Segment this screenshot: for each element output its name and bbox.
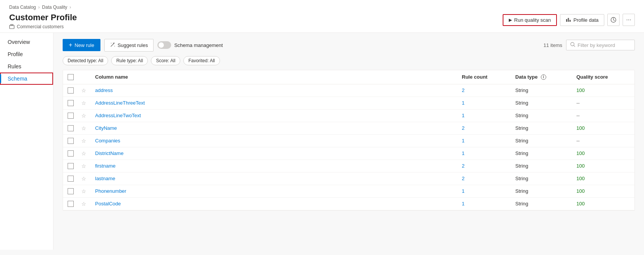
- sidebar-label-schema: Schema: [8, 76, 27, 82]
- score-filter[interactable]: Score: All: [151, 56, 180, 65]
- table-body: ☆ address 2 String 100 ☆ AddressLineThre…: [63, 84, 634, 210]
- row-data-type-5: String: [512, 150, 573, 157]
- row-checkbox-1[interactable]: [68, 100, 74, 106]
- row-checkbox-cell: [63, 125, 78, 131]
- more-options-button[interactable]: ···: [623, 14, 635, 26]
- row-rule-count-4[interactable]: 1: [459, 138, 512, 144]
- row-rule-count-7[interactable]: 2: [459, 176, 512, 182]
- sidebar-item-overview[interactable]: Overview: [0, 36, 53, 48]
- row-checkbox-9[interactable]: [68, 201, 74, 207]
- row-quality-score-7: 100: [573, 176, 634, 182]
- select-all-checkbox[interactable]: [68, 74, 74, 80]
- th-star: [78, 74, 92, 80]
- table-row: ☆ lastname 2 String 100: [63, 173, 634, 185]
- sidebar-label-overview: Overview: [8, 39, 30, 45]
- row-rule-count-6[interactable]: 2: [459, 163, 512, 169]
- row-rule-count-1[interactable]: 1: [459, 100, 512, 106]
- row-rule-count-9[interactable]: 1: [459, 201, 512, 207]
- breadcrumb-data-catalog[interactable]: Data Catalog: [9, 5, 36, 10]
- profile-data-button[interactable]: Profile data: [560, 14, 604, 26]
- row-quality-score-9: 100: [573, 201, 634, 207]
- row-star-cell: ☆: [78, 176, 92, 182]
- history-button[interactable]: [607, 14, 620, 26]
- row-star-cell: ☆: [78, 163, 92, 169]
- favorite-star-1[interactable]: ☆: [81, 100, 86, 106]
- title-left: Customer Profile Commercial customers: [9, 12, 77, 29]
- sidebar-label-profile: Profile: [8, 51, 23, 57]
- row-checkbox-6[interactable]: [68, 163, 74, 169]
- svg-line-6: [111, 44, 114, 47]
- schema-management-toggle[interactable]: [157, 41, 171, 49]
- row-column-name-8[interactable]: Phonenumber: [92, 188, 459, 194]
- row-column-name-3[interactable]: CityName: [92, 125, 459, 131]
- th-rule-count: Rule count: [459, 74, 512, 80]
- row-quality-score-2: --: [573, 113, 634, 119]
- row-data-type-0: String: [512, 87, 573, 94]
- favorite-star-5[interactable]: ☆: [81, 150, 86, 157]
- breadcrumb: Data Catalog › Data Quality ›: [9, 5, 635, 10]
- row-rule-count-5[interactable]: 1: [459, 150, 512, 157]
- row-quality-score-0: 100: [573, 87, 634, 94]
- favorite-star-3[interactable]: ☆: [81, 125, 86, 131]
- sidebar-item-schema[interactable]: Schema: [0, 73, 53, 85]
- row-quality-score-8: 100: [573, 188, 634, 194]
- breadcrumb-data-quality[interactable]: Data Quality: [42, 5, 67, 10]
- table-row: ☆ Companies 1 String --: [63, 135, 634, 147]
- row-checkbox-0[interactable]: [68, 87, 74, 94]
- row-checkbox-5[interactable]: [68, 150, 74, 157]
- favorited-filter[interactable]: Favorited: All: [183, 56, 220, 65]
- row-column-name-2[interactable]: AddressLineTwoText: [92, 113, 459, 119]
- favorite-star-6[interactable]: ☆: [81, 163, 86, 169]
- title-row: Customer Profile Commercial customers ▶ …: [9, 12, 635, 32]
- favorite-star-8[interactable]: ☆: [81, 188, 86, 194]
- sidebar-label-rules: Rules: [8, 63, 21, 69]
- plus-icon: +: [69, 42, 72, 48]
- play-icon: ▶: [509, 18, 512, 23]
- row-column-name-7[interactable]: lastname: [92, 176, 459, 182]
- run-quality-scan-button[interactable]: ▶ Run quality scan: [503, 14, 557, 26]
- row-rule-count-0[interactable]: 2: [459, 87, 512, 94]
- svg-point-8: [114, 46, 115, 47]
- row-column-name-4[interactable]: Companies: [92, 138, 459, 144]
- rule-type-filter[interactable]: Rule type: All: [111, 56, 148, 65]
- favorite-star-7[interactable]: ☆: [81, 176, 86, 182]
- row-column-name-9[interactable]: PostalCode: [92, 201, 459, 207]
- favorite-star-9[interactable]: ☆: [81, 201, 86, 207]
- filter-keyword-input[interactable]: [578, 42, 631, 48]
- toolbar-left: + New rule Suggest rules: [63, 39, 223, 52]
- row-quality-score-4: --: [573, 138, 634, 144]
- row-rule-count-3[interactable]: 2: [459, 125, 512, 131]
- row-checkbox-4[interactable]: [68, 138, 74, 144]
- row-rule-count-2[interactable]: 1: [459, 113, 512, 119]
- data-table: Column name Rule count Data type i Quali…: [63, 70, 635, 211]
- table-row: ☆ DistrictName 1 String 100: [63, 147, 634, 160]
- row-rule-count-8[interactable]: 1: [459, 188, 512, 194]
- row-checkbox-3[interactable]: [68, 125, 74, 131]
- row-column-name-6[interactable]: firstname: [92, 163, 459, 169]
- favorite-star-0[interactable]: ☆: [81, 87, 86, 94]
- sidebar-item-profile[interactable]: Profile: [0, 48, 53, 60]
- row-quality-score-3: 100: [573, 125, 634, 131]
- favorite-star-4[interactable]: ☆: [81, 138, 86, 144]
- subtitle: Commercial customers: [9, 24, 77, 29]
- row-checkbox-7[interactable]: [68, 176, 74, 182]
- page-title: Customer Profile: [9, 12, 77, 23]
- row-checkbox-cell: [63, 150, 78, 157]
- row-column-name-5[interactable]: DistrictName: [92, 150, 459, 157]
- row-checkbox-8[interactable]: [68, 188, 74, 194]
- row-column-name-1[interactable]: AddressLineThreeText: [92, 100, 459, 106]
- data-type-info-icon[interactable]: i: [541, 74, 546, 80]
- table-row: ☆ CityName 2 String 100: [63, 122, 634, 135]
- toggle-thumb: [159, 42, 164, 48]
- row-star-cell: ☆: [78, 87, 92, 94]
- row-star-cell: ☆: [78, 100, 92, 106]
- row-column-name-0[interactable]: address: [92, 87, 459, 94]
- suggest-rules-button[interactable]: Suggest rules: [104, 39, 154, 52]
- sidebar-item-rules[interactable]: Rules: [0, 60, 53, 73]
- row-checkbox-2[interactable]: [68, 113, 74, 119]
- favorite-star-2[interactable]: ☆: [81, 113, 86, 119]
- row-checkbox-cell: [63, 188, 78, 194]
- new-rule-button[interactable]: + New rule: [63, 39, 100, 51]
- more-icon: ···: [626, 16, 631, 23]
- detected-type-filter[interactable]: Detected type: All: [63, 56, 108, 65]
